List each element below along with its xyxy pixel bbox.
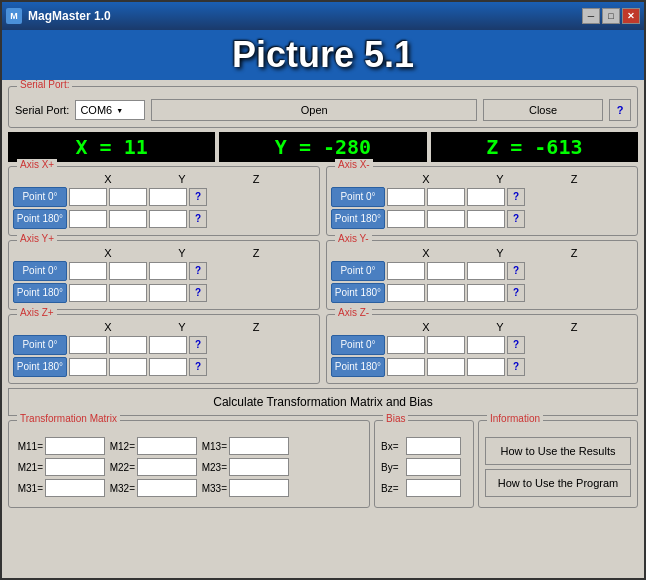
device-group-label: Serial Port: xyxy=(17,80,72,90)
yplus-point180-x[interactable] xyxy=(69,284,107,302)
open-button[interactable]: Open xyxy=(151,99,477,121)
zplus-point0-x[interactable] xyxy=(69,336,107,354)
xplus-point180-z[interactable] xyxy=(149,210,187,228)
axis-yminus-group: Axis Y- X Y Z Point 0° ? Point 180 xyxy=(326,240,638,310)
xminus-point180-button[interactable]: Point 180° xyxy=(331,209,385,229)
xplus-point180-help[interactable]: ? xyxy=(189,210,207,228)
zminus-point180-help[interactable]: ? xyxy=(507,358,525,376)
m11-input[interactable] xyxy=(45,437,105,455)
bx-input[interactable] xyxy=(406,437,461,455)
zplus-point180-button[interactable]: Point 180° xyxy=(13,357,67,377)
zplus-point180-help[interactable]: ? xyxy=(189,358,207,376)
m33-input[interactable] xyxy=(229,479,289,497)
yplus-point0-x[interactable] xyxy=(69,262,107,280)
yplus-point180-button[interactable]: Point 180° xyxy=(13,283,67,303)
yminus-point0-button[interactable]: Point 0° xyxy=(331,261,385,281)
zminus-point0-y[interactable] xyxy=(427,336,465,354)
transform-label: Transformation Matrix xyxy=(17,413,120,424)
zminus-point0-x[interactable] xyxy=(387,336,425,354)
yplus-point180-y[interactable] xyxy=(109,284,147,302)
xplus-point0-z[interactable] xyxy=(149,188,187,206)
yminus-point180-button[interactable]: Point 180° xyxy=(331,283,385,303)
yplus-point180-z[interactable] xyxy=(149,284,187,302)
zplus-point0-help[interactable]: ? xyxy=(189,336,207,354)
zplus-point180-x[interactable] xyxy=(69,358,107,376)
xplus-point180-y[interactable] xyxy=(109,210,147,228)
zplus-point180-y[interactable] xyxy=(109,358,147,376)
yplus-point0-help[interactable]: ? xyxy=(189,262,207,280)
xminus-point0-help[interactable]: ? xyxy=(507,188,525,206)
zplus-point0-y[interactable] xyxy=(109,336,147,354)
yminus-point180-y[interactable] xyxy=(427,284,465,302)
xminus-point0-button[interactable]: Point 0° xyxy=(331,187,385,207)
axis-zplus-header: X Y Z xyxy=(13,321,315,333)
xplus-point0-y[interactable] xyxy=(109,188,147,206)
yminus-point0-help[interactable]: ? xyxy=(507,262,525,280)
zminus-point0-button[interactable]: Point 0° xyxy=(331,335,385,355)
xminus-point0-y[interactable] xyxy=(427,188,465,206)
zplus-point180-z[interactable] xyxy=(149,358,187,376)
calculate-button[interactable]: Calculate Transformation Matrix and Bias xyxy=(8,388,638,416)
xplus-point0-button[interactable]: Point 0° xyxy=(13,187,67,207)
zplus-point0-button[interactable]: Point 0° xyxy=(13,335,67,355)
bz-input[interactable] xyxy=(406,479,461,497)
zminus-point180-x[interactable] xyxy=(387,358,425,376)
xplus-col-y: Y xyxy=(162,173,202,185)
yplus-point0-button[interactable]: Point 0° xyxy=(13,261,67,281)
xminus-point0-row: Point 0° ? xyxy=(331,187,633,207)
yminus-point180-help[interactable]: ? xyxy=(507,284,525,302)
m13-label: M13= xyxy=(199,441,227,452)
m12-input[interactable] xyxy=(137,437,197,455)
xplus-point0-help[interactable]: ? xyxy=(189,188,207,206)
yminus-point0-z[interactable] xyxy=(467,262,505,280)
m23-input[interactable] xyxy=(229,458,289,476)
close-window-button[interactable]: ✕ xyxy=(622,8,640,24)
axis-zminus-label: Axis Z- xyxy=(335,307,372,318)
yplus-point180-help[interactable]: ? xyxy=(189,284,207,302)
yminus-point180-x[interactable] xyxy=(387,284,425,302)
m21-label: M21= xyxy=(15,462,43,473)
program-button[interactable]: How to Use the Program xyxy=(485,469,631,497)
zminus-point0-help[interactable]: ? xyxy=(507,336,525,354)
axis-zplus-group: Axis Z+ X Y Z Point 0° ? Point 180 xyxy=(8,314,320,384)
xminus-point180-y[interactable] xyxy=(427,210,465,228)
xminus-point180-x[interactable] xyxy=(387,210,425,228)
bz-label: Bz= xyxy=(381,483,403,494)
zminus-point180-button[interactable]: Point 180° xyxy=(331,357,385,377)
zplus-point0-row: Point 0° ? xyxy=(13,335,315,355)
minimize-button[interactable]: ─ xyxy=(582,8,600,24)
zminus-point0-z[interactable] xyxy=(467,336,505,354)
xminus-point180-z[interactable] xyxy=(467,210,505,228)
close-button[interactable]: Close xyxy=(483,99,603,121)
xminus-point0-x[interactable] xyxy=(387,188,425,206)
maximize-button[interactable]: □ xyxy=(602,8,620,24)
m21-input[interactable] xyxy=(45,458,105,476)
readout-bar: X = 11 Y = -280 Z = -613 xyxy=(8,132,638,162)
yplus-point0-z[interactable] xyxy=(149,262,187,280)
yminus-point0-x[interactable] xyxy=(387,262,425,280)
info-content: How to Use the Results How to Use the Pr… xyxy=(485,437,631,501)
xplus-point0-x[interactable] xyxy=(69,188,107,206)
zplus-point0-z[interactable] xyxy=(149,336,187,354)
m32-input[interactable] xyxy=(137,479,197,497)
xplus-point180-row: Point 180° ? xyxy=(13,209,315,229)
m22-input[interactable] xyxy=(137,458,197,476)
yminus-point180-z[interactable] xyxy=(467,284,505,302)
yplus-col-y: Y xyxy=(162,247,202,259)
m31-input[interactable] xyxy=(45,479,105,497)
xplus-point180-x[interactable] xyxy=(69,210,107,228)
results-button[interactable]: How to Use the Results xyxy=(485,437,631,465)
zminus-point180-z[interactable] xyxy=(467,358,505,376)
matrix-row-1: M11= M12= M13= xyxy=(15,437,363,455)
serial-port-combo[interactable]: COM6 xyxy=(75,100,145,120)
zminus-point180-y[interactable] xyxy=(427,358,465,376)
xminus-point0-z[interactable] xyxy=(467,188,505,206)
yplus-point0-y[interactable] xyxy=(109,262,147,280)
by-input[interactable] xyxy=(406,458,461,476)
xplus-point180-button[interactable]: Point 180° xyxy=(13,209,67,229)
y-readout: Y = -280 xyxy=(219,132,426,162)
yminus-point0-y[interactable] xyxy=(427,262,465,280)
device-help-button[interactable]: ? xyxy=(609,99,631,121)
m13-input[interactable] xyxy=(229,437,289,455)
xminus-point180-help[interactable]: ? xyxy=(507,210,525,228)
